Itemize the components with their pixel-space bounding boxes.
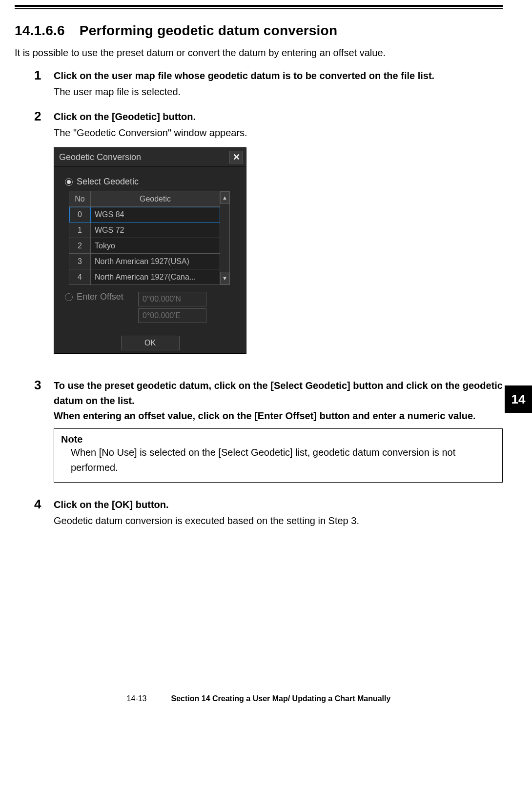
chevron-down-icon: ▼ [222,275,227,281]
col-no-header: No [69,191,91,207]
page-number: 14-13 [127,694,147,703]
offset-n-input[interactable] [138,292,206,306]
scrollbar[interactable]: ▲ ▼ [220,191,230,285]
step-desc: The user map file is selected. [54,84,503,100]
header-rules [15,0,503,9]
step-desc: Geodetic datum conversion is executed ba… [54,513,503,528]
select-geodetic-radio[interactable]: Select Geodetic [65,177,239,187]
section-heading: 14.1.6.6 Performing geodetic datum conve… [15,23,503,39]
cell-no: 4 [69,269,91,285]
offset-e-input[interactable] [138,308,206,323]
note-box: Note When [No Use] is selected on the [S… [54,428,503,483]
dialog-titlebar: Geodetic Conversion ✕ [54,148,246,167]
step-number: 4 [34,497,54,528]
table-row[interactable]: 0 WGS 84 [69,207,220,223]
radio-icon [65,293,73,301]
cell-name: North American 1927(Cana... [91,269,220,285]
step-number: 2 [34,109,54,368]
close-button[interactable]: ✕ [229,151,243,163]
step-title: To use the preset geodetic datum, click … [54,378,503,408]
table-row[interactable]: 4 North American 1927(Cana... [69,269,220,285]
scroll-down-button[interactable]: ▼ [220,272,229,284]
chevron-up-icon: ▲ [222,195,227,201]
step-1: 1 Click on the user map file whose geode… [34,68,503,100]
step-number: 1 [34,68,54,100]
step-desc: The "Geodetic Conversion" window appears… [54,125,503,141]
step-2: 2 Click on the [Geodetic] button. The "G… [34,109,503,368]
cell-name: WGS 84 [91,207,220,223]
intro-text: It is possible to use the preset datum o… [15,47,503,59]
step-title: Click on the user map file whose geodeti… [54,68,503,83]
cell-name: WGS 72 [91,223,220,238]
ok-button[interactable]: OK [121,336,180,350]
step-title: Click on the [OK] button. [54,497,503,512]
cell-name: North American 1927(USA) [91,254,220,269]
step-3: 3 To use the preset geodetic datum, clic… [34,378,503,483]
step-4: 4 Click on the [OK] button. Geodetic dat… [34,497,503,528]
enter-offset-label: Enter Offset [77,292,123,302]
dialog-screenshot: Geodetic Conversion ✕ Select Geodetic [54,147,503,354]
cell-name: Tokyo [91,238,220,254]
col-geodetic-header: Geodetic [91,191,220,207]
section-title: Performing geodetic datum conversion [80,23,337,38]
close-icon: ✕ [233,152,240,162]
enter-offset-radio[interactable]: Enter Offset [65,292,138,302]
step-title: When entering an offset value, click on … [54,408,503,424]
scroll-up-button[interactable]: ▲ [220,191,229,204]
side-chapter-number: 14 [512,392,526,407]
step-number: 3 [34,378,54,483]
note-label: Note [61,434,495,445]
select-geodetic-label: Select Geodetic [77,177,139,187]
radio-icon [65,178,73,186]
table-row[interactable]: 1 WGS 72 [69,223,220,238]
cell-no: 1 [69,223,91,238]
note-text: When [No Use] is selected on the [Select… [61,445,495,475]
footer-section: Section 14 Creating a User Map/ Updating… [171,694,391,703]
cell-no: 2 [69,238,91,254]
cell-no: 3 [69,254,91,269]
table-header-row: No Geodetic [69,191,220,207]
table-row[interactable]: 3 North American 1927(USA) [69,254,220,269]
step-title: Click on the [Geodetic] button. [54,109,503,124]
cell-no: 0 [69,207,91,223]
side-chapter-tab: 14 [505,385,532,413]
table-row[interactable]: 2 Tokyo [69,238,220,254]
geodetic-conversion-dialog: Geodetic Conversion ✕ Select Geodetic [54,147,246,354]
page-footer: 14-13 Section 14 Creating a User Map/ Up… [15,694,503,703]
dialog-title: Geodetic Conversion [59,152,141,162]
section-number: 14.1.6.6 [15,23,65,39]
geodetic-table[interactable]: No Geodetic 0 WGS 84 1 WGS 72 [69,191,220,285]
